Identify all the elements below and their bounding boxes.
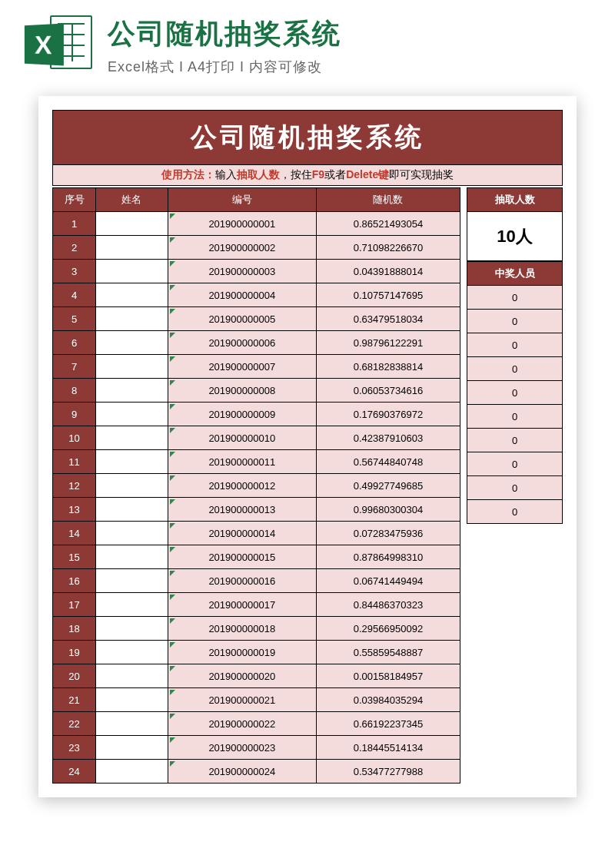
table-header-row: 序号 姓名 编号 随机数 — [53, 188, 460, 212]
table-row: 182019000000180.29566950092 — [53, 617, 460, 641]
cell-name[interactable] — [96, 307, 168, 331]
cell-name[interactable] — [96, 212, 168, 236]
cell-seq: 15 — [53, 545, 96, 569]
cell-name[interactable] — [96, 545, 168, 569]
cell-name[interactable] — [96, 664, 168, 688]
cell-rand: 0.53477277988 — [316, 760, 460, 784]
cell-code[interactable]: 201900000006 — [168, 331, 316, 355]
cell-code[interactable]: 201900000022 — [168, 712, 316, 736]
cell-name[interactable] — [96, 522, 168, 545]
cell-code[interactable]: 201900000014 — [168, 522, 316, 545]
cell-rand: 0.04391888014 — [316, 260, 460, 283]
cell-code[interactable]: 201900000020 — [168, 664, 316, 688]
cell-name[interactable] — [96, 260, 168, 283]
cell-name[interactable] — [96, 593, 168, 617]
winner-cell: 0 — [467, 500, 563, 524]
table-row: 142019000000140.07283475936 — [53, 522, 460, 545]
document-preview: 公司随机抽奖系统 使用方法：输入抽取人数，按住F9或者Delete键即可实现抽奖… — [38, 96, 577, 797]
cell-code[interactable]: 201900000001 — [168, 212, 316, 236]
cell-marker-icon — [170, 309, 175, 314]
instruction-t2: ，按住 — [280, 168, 312, 181]
cell-seq: 8 — [53, 379, 96, 403]
cell-name[interactable] — [96, 736, 168, 760]
cell-rand: 0.84486370323 — [316, 593, 460, 617]
cell-name[interactable] — [96, 236, 168, 260]
cell-code[interactable]: 201900000008 — [168, 379, 316, 403]
excel-icon: X — [23, 15, 92, 77]
table-row: 222019000000220.66192237345 — [53, 712, 460, 736]
cell-seq: 17 — [53, 593, 96, 617]
cell-seq: 13 — [53, 498, 96, 522]
table-row: 202019000000200.00158184957 — [53, 664, 460, 688]
cell-rand: 0.63479518034 — [316, 307, 460, 331]
count-value[interactable]: 10人 — [467, 212, 563, 261]
cell-code[interactable]: 201900000023 — [168, 736, 316, 760]
table-row: 172019000000170.84486370323 — [53, 593, 460, 617]
col-name-header: 姓名 — [96, 188, 168, 212]
cell-seq: 16 — [53, 569, 96, 593]
table-row: 72019000000070.68182838814 — [53, 355, 460, 379]
cell-code[interactable]: 201900000007 — [168, 355, 316, 379]
cell-code[interactable]: 201900000013 — [168, 498, 316, 522]
cell-name[interactable] — [96, 355, 168, 379]
winner-cell: 0 — [467, 429, 563, 452]
cell-marker-icon — [170, 380, 175, 386]
cell-code[interactable]: 201900000002 — [168, 236, 316, 260]
cell-marker-icon — [170, 333, 175, 338]
cell-name[interactable] — [96, 569, 168, 593]
cell-rand: 0.56744840748 — [316, 450, 460, 474]
winner-cell: 0 — [467, 333, 563, 357]
cell-name[interactable] — [96, 498, 168, 522]
cell-marker-icon — [170, 737, 175, 743]
cell-name[interactable] — [96, 474, 168, 498]
cell-name[interactable] — [96, 760, 168, 784]
winner-cell: 0 — [467, 405, 563, 429]
cell-rand: 0.86521493054 — [316, 212, 460, 236]
cell-code[interactable]: 201900000005 — [168, 307, 316, 331]
page-subtitle: Excel格式 I A4打印 I 内容可修改 — [108, 58, 341, 76]
cell-name[interactable] — [96, 617, 168, 641]
cell-seq: 22 — [53, 712, 96, 736]
table-row: 232019000000230.18445514134 — [53, 736, 460, 760]
cell-name[interactable] — [96, 331, 168, 355]
cell-name[interactable] — [96, 712, 168, 736]
cell-marker-icon — [170, 642, 175, 648]
cell-code[interactable]: 201900000018 — [168, 617, 316, 641]
winner-cell: 0 — [467, 381, 563, 405]
cell-code[interactable]: 201900000011 — [168, 450, 316, 474]
cell-marker-icon — [170, 690, 175, 695]
cell-rand: 0.00158184957 — [316, 664, 460, 688]
cell-code[interactable]: 201900000003 — [168, 260, 316, 283]
cell-name[interactable] — [96, 403, 168, 426]
winner-cell: 0 — [467, 357, 563, 381]
title-block: 公司随机抽奖系统 Excel格式 I A4打印 I 内容可修改 — [108, 15, 341, 76]
cell-name[interactable] — [96, 426, 168, 450]
cell-seq: 19 — [53, 641, 96, 664]
cell-code[interactable]: 201900000016 — [168, 569, 316, 593]
cell-marker-icon — [170, 404, 175, 409]
cell-seq: 2 — [53, 236, 96, 260]
table-row: 162019000000160.06741449494 — [53, 569, 460, 593]
cell-code[interactable]: 201900000021 — [168, 688, 316, 712]
cell-code[interactable]: 201900000009 — [168, 403, 316, 426]
cell-name[interactable] — [96, 688, 168, 712]
cell-code[interactable]: 201900000019 — [168, 641, 316, 664]
winner-cell: 0 — [467, 452, 563, 476]
cell-name[interactable] — [96, 283, 168, 307]
table-row: 42019000000040.10757147695 — [53, 283, 460, 307]
cell-code[interactable]: 201900000015 — [168, 545, 316, 569]
cell-code[interactable]: 201900000012 — [168, 474, 316, 498]
table-row: 32019000000030.04391888014 — [53, 260, 460, 283]
cell-name[interactable] — [96, 450, 168, 474]
cell-marker-icon — [170, 547, 175, 552]
cell-code[interactable]: 201900000017 — [168, 593, 316, 617]
count-table: 抽取人数 10人 — [467, 187, 563, 261]
cell-marker-icon — [170, 285, 175, 290]
cell-code[interactable]: 201900000004 — [168, 283, 316, 307]
cell-code[interactable]: 201900000024 — [168, 760, 316, 784]
cell-seq: 18 — [53, 617, 96, 641]
cell-name[interactable] — [96, 641, 168, 664]
cell-code[interactable]: 201900000010 — [168, 426, 316, 450]
cell-name[interactable] — [96, 379, 168, 403]
winner-cell: 0 — [467, 286, 563, 310]
